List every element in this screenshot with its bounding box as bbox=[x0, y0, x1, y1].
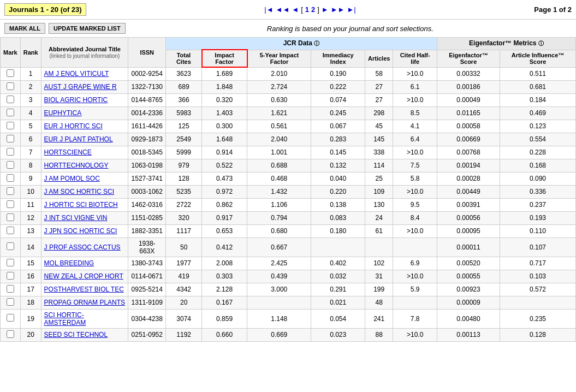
mark-checkbox[interactable] bbox=[7, 227, 14, 234]
rank-cell: 15 bbox=[20, 257, 41, 270]
mark-checkbox[interactable] bbox=[7, 242, 14, 250]
mark-checkbox[interactable] bbox=[7, 122, 14, 129]
journal-title-cell: POSTHARVEST BIOL TEC bbox=[41, 283, 128, 296]
mark-checkbox[interactable] bbox=[7, 82, 14, 90]
mark-checkbox[interactable] bbox=[7, 187, 14, 195]
journal-link[interactable]: SCI HORTIC-AMSTERDAM bbox=[44, 311, 86, 326]
journal-link[interactable]: PROPAG ORNAM PLANTS bbox=[44, 299, 125, 306]
journal-link[interactable]: MOL BREEDING bbox=[44, 259, 94, 267]
mark-cell bbox=[1, 270, 21, 283]
journal-link[interactable]: J INT SCI VIGNE VIN bbox=[44, 214, 108, 222]
journal-title-cell: SEED SCI TECHNOL bbox=[41, 328, 128, 341]
mark-cell bbox=[1, 67, 21, 80]
immediacy-cell bbox=[311, 237, 365, 257]
five-year-cell: 3.000 bbox=[247, 283, 311, 296]
journal-link[interactable]: AUST J GRAPE WINE R bbox=[44, 83, 117, 91]
articles-cell: 27 bbox=[365, 93, 393, 106]
journal-link[interactable]: HORTSCIENCE bbox=[44, 149, 92, 156]
article-influence-cell: 0.511 bbox=[500, 67, 576, 80]
eigen-score-cell: 0.00056 bbox=[437, 211, 500, 224]
journal-link[interactable]: HORTTECHNOLOGY bbox=[44, 162, 109, 169]
mark-checkbox[interactable] bbox=[7, 148, 14, 156]
immediacy-cell: 0.074 bbox=[311, 93, 365, 106]
journal-link[interactable]: J AM POMOL SOC bbox=[44, 175, 100, 182]
rank-cell: 2 bbox=[20, 80, 41, 93]
prev-prev-btn[interactable]: ◄◄ bbox=[276, 5, 290, 14]
mark-checkbox[interactable] bbox=[7, 200, 14, 208]
table-row: 18PROPAG ORNAM PLANTS1311-9109200.1670.0… bbox=[1, 296, 576, 309]
next-next-btn[interactable]: ►► bbox=[331, 5, 345, 14]
issn-cell: 1322-7130 bbox=[128, 80, 166, 93]
article-influence-cell: 0.193 bbox=[500, 211, 576, 224]
mark-checkbox[interactable] bbox=[7, 259, 14, 266]
eigen-score-col-header: Eigenfactor™ Score bbox=[437, 50, 500, 67]
journal-link[interactable]: POSTHARVEST BIOL TEC bbox=[44, 286, 124, 293]
mark-cell bbox=[1, 159, 21, 172]
immediacy-cell: 0.402 bbox=[311, 257, 365, 270]
total-cites-cell: 20 bbox=[166, 296, 202, 309]
mark-checkbox[interactable] bbox=[7, 135, 14, 142]
journal-link[interactable]: EUPHYTICA bbox=[44, 109, 82, 117]
mark-all-button[interactable]: MARK ALL bbox=[4, 23, 45, 34]
impact-factor-cell: 2.008 bbox=[202, 257, 247, 270]
mark-checkbox[interactable] bbox=[7, 69, 14, 77]
journal-link[interactable]: J AM SOC HORTIC SCI bbox=[44, 188, 114, 195]
cited-halflife-cell: >10.0 bbox=[393, 328, 437, 341]
immediacy-cell: 0.291 bbox=[311, 283, 365, 296]
mark-checkbox[interactable] bbox=[7, 314, 14, 322]
table-row: 5EUR J HORTIC SCI1611-44261250.3000.5610… bbox=[1, 120, 576, 133]
five-year-cell: 1.001 bbox=[247, 146, 311, 159]
last-page-btn[interactable]: ►| bbox=[347, 5, 355, 14]
mark-cell bbox=[1, 172, 21, 185]
journal-link[interactable]: EUR J HORTIC SCI bbox=[44, 122, 103, 130]
eigen-score-cell: 0.00194 bbox=[437, 159, 500, 172]
first-page-btn[interactable]: |◄ bbox=[264, 5, 273, 14]
articles-cell: 102 bbox=[365, 257, 393, 270]
issn-cell: 0018-5345 bbox=[128, 146, 166, 159]
prev-btn[interactable]: ◄ bbox=[292, 5, 299, 14]
ranking-note: Ranking is based on your journal and sor… bbox=[129, 25, 572, 33]
next-btn[interactable]: ► bbox=[322, 5, 329, 14]
mark-checkbox[interactable] bbox=[7, 109, 14, 116]
table-row: 11J HORTIC SCI BIOTECH1462-031627220.862… bbox=[1, 198, 576, 211]
total-cites-cell: 320 bbox=[166, 211, 202, 224]
immediacy-cell: 0.132 bbox=[311, 159, 365, 172]
mark-checkbox[interactable] bbox=[7, 272, 14, 280]
journal-link[interactable]: J HORTIC SCI BIOTECH bbox=[44, 201, 118, 209]
issn-cell: 1151-0285 bbox=[128, 211, 166, 224]
impact-factor-cell: 1.403 bbox=[202, 106, 247, 120]
journal-link[interactable]: EUR J PLANT PATHOL bbox=[44, 135, 113, 143]
mark-checkbox[interactable] bbox=[7, 213, 14, 221]
issn-cell: 0003-1062 bbox=[128, 185, 166, 198]
update-marked-button[interactable]: UPDATE MARKED LIST bbox=[49, 23, 126, 34]
mark-cell bbox=[1, 120, 21, 133]
issn-col-header: ISSN bbox=[128, 38, 166, 68]
cited-halflife-cell: 6.1 bbox=[393, 80, 437, 93]
mark-checkbox[interactable] bbox=[7, 174, 14, 182]
eigen-score-cell: 0.00011 bbox=[437, 237, 500, 257]
issn-cell: 0114-0671 bbox=[128, 270, 166, 283]
journal-title-cell: EUPHYTICA bbox=[41, 106, 128, 120]
journal-link[interactable]: J PROF ASSOC CACTUS bbox=[44, 243, 121, 251]
rank-cell: 6 bbox=[20, 133, 41, 146]
mark-cell bbox=[1, 133, 21, 146]
journal-title-cell: J AM SOC HORTIC SCI bbox=[41, 185, 128, 198]
journal-link[interactable]: J JPN SOC HORTIC SCI bbox=[44, 227, 117, 235]
page-2-btn[interactable]: 2 bbox=[311, 5, 315, 14]
mark-checkbox[interactable] bbox=[7, 330, 14, 338]
articles-cell: 31 bbox=[365, 270, 393, 283]
mark-checkbox[interactable] bbox=[7, 285, 14, 293]
journal-link[interactable]: BIOL AGRIC HORTIC bbox=[44, 96, 108, 104]
mark-checkbox[interactable] bbox=[7, 298, 14, 306]
page-1-btn[interactable]: 1 bbox=[305, 5, 309, 14]
total-cites-cell: 125 bbox=[166, 120, 202, 133]
eigen-score-cell: 0.00391 bbox=[437, 198, 500, 211]
journal-link[interactable]: AM J ENOL VITICULT bbox=[44, 70, 109, 78]
table-row: 17POSTHARVEST BIOL TEC0925-521443422.128… bbox=[1, 283, 576, 296]
journal-link[interactable]: NEW ZEAL J CROP HORT bbox=[44, 272, 123, 280]
mark-checkbox[interactable] bbox=[7, 161, 14, 169]
articles-cell: 109 bbox=[365, 185, 393, 198]
journal-link[interactable]: SEED SCI TECHNOL bbox=[44, 331, 108, 338]
mark-checkbox[interactable] bbox=[7, 96, 14, 103]
mark-cell bbox=[1, 211, 21, 224]
